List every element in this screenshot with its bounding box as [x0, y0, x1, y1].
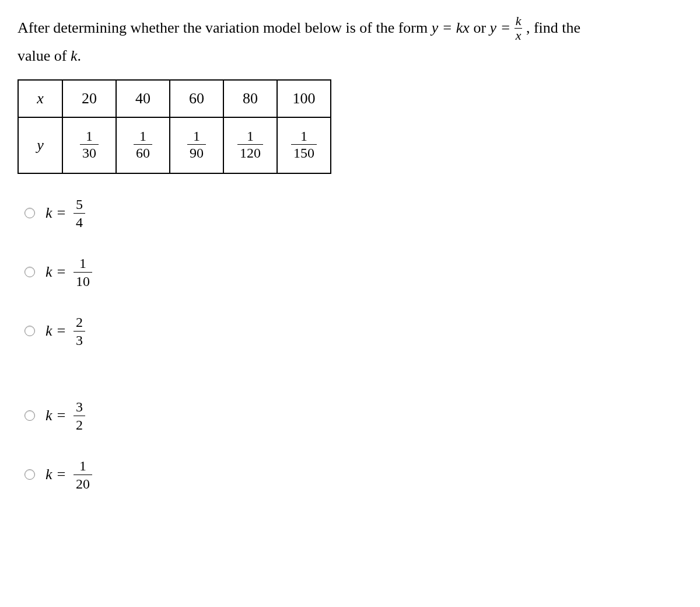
cell-y-3: 1 120	[223, 117, 277, 173]
option-3-label: k = 2 3	[46, 315, 85, 347]
option-5[interactable]: k = 1 20	[24, 459, 682, 491]
option-4[interactable]: k = 3 2	[24, 400, 682, 432]
cell-y-1: 1 60	[116, 117, 170, 173]
cell-y-2: 1 90	[170, 117, 223, 173]
equation-2: y = k x	[490, 19, 526, 36]
cell-y-0: 1 30	[62, 117, 116, 173]
question-prefix: After determining whether the variation …	[18, 19, 432, 36]
question-text: After determining whether the variation …	[18, 15, 682, 69]
table-row-x: x 20 40 60 80 100	[18, 80, 331, 117]
option-1[interactable]: k = 5 4	[24, 197, 682, 229]
radio-icon[interactable]	[24, 469, 35, 480]
radio-icon[interactable]	[24, 326, 35, 336]
radio-icon[interactable]	[24, 410, 35, 421]
radio-icon[interactable]	[24, 208, 35, 218]
option-2[interactable]: k = 1 10	[24, 256, 682, 288]
question-suffix: , find the	[526, 19, 580, 36]
data-table: x 20 40 60 80 100 y 1 30 1 60 1 90	[18, 79, 331, 174]
option-1-label: k = 5 4	[46, 197, 85, 229]
option-5-label: k = 1 20	[46, 459, 92, 491]
fraction-k-over-x: k x	[514, 15, 523, 42]
cell-y-4: 1 150	[277, 117, 331, 173]
row-label-y: y	[18, 117, 62, 173]
row-label-x: x	[18, 80, 62, 117]
table-row-y: y 1 30 1 60 1 90 1 120	[18, 117, 331, 173]
cell-x-3: 80	[223, 80, 277, 117]
cell-x-4: 100	[277, 80, 331, 117]
answer-options: k = 5 4 k = 1 10 k = 2 3	[24, 197, 682, 491]
option-3[interactable]: k = 2 3	[24, 315, 682, 347]
question-or: or	[473, 19, 489, 36]
equation-1: y = kx	[432, 19, 474, 36]
radio-icon[interactable]	[24, 267, 35, 277]
question-line2: value of	[18, 47, 71, 64]
cell-x-1: 40	[116, 80, 170, 117]
cell-x-0: 20	[62, 80, 116, 117]
option-4-label: k = 3 2	[46, 400, 85, 432]
option-2-label: k = 1 10	[46, 256, 92, 288]
cell-x-2: 60	[170, 80, 223, 117]
